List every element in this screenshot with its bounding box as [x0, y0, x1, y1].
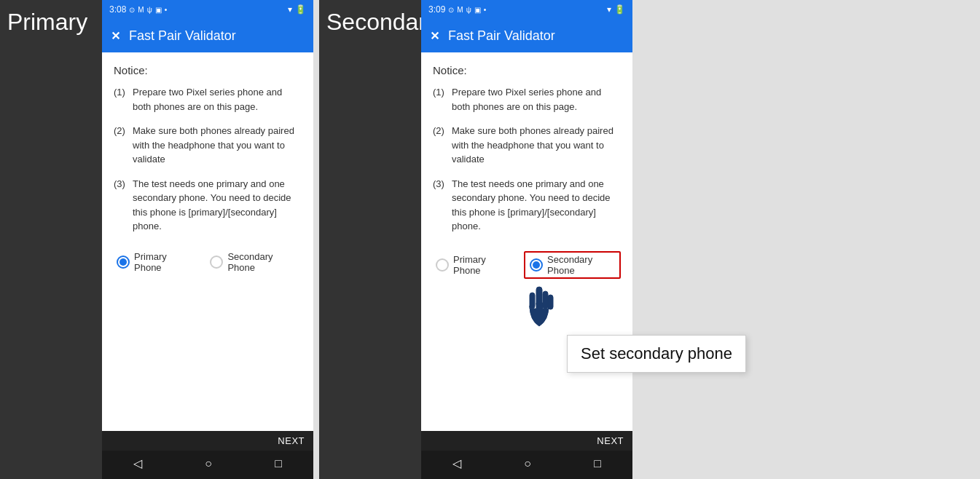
- secondary-phone-label-right: Secondary Phone: [547, 254, 615, 276]
- dot-icon-r: •: [484, 6, 487, 14]
- list-text: Make sure both phones already paired wit…: [133, 124, 302, 167]
- secondary-toolbar: ✕ Fast Pair Validator: [421, 19, 632, 52]
- list-text: Prepare two Pixel series phone and both …: [452, 85, 621, 114]
- primary-status-bar: 3:08 ⊙ M ψ ▣ • ▾ 🔋: [102, 0, 313, 19]
- s-icon-r: ⊙: [448, 6, 454, 14]
- list-text: Make sure both phones already paired wit…: [452, 124, 621, 167]
- primary-toolbar: ✕ Fast Pair Validator: [102, 19, 313, 52]
- screen-icon-r: ▣: [474, 6, 481, 14]
- secondary-notice-title: Notice:: [433, 64, 621, 76]
- primary-notice-list: (1) Prepare two Pixel series phone and b…: [114, 85, 302, 234]
- list-num: (2): [433, 124, 447, 167]
- list-item: (2) Make sure both phones already paired…: [433, 124, 621, 167]
- back-button-r[interactable]: ◁: [452, 456, 461, 470]
- primary-next-button[interactable]: NEXT: [102, 431, 313, 451]
- primary-content: Notice: (1) Prepare two Pixel series pho…: [102, 52, 313, 431]
- list-item: (1) Prepare two Pixel series phone and b…: [114, 85, 302, 114]
- secondary-phone-label-left: Secondary Phone: [227, 251, 302, 273]
- list-item: (3) The test needs one primary and one s…: [433, 177, 621, 234]
- list-num: (1): [433, 85, 447, 114]
- primary-radio-circle[interactable]: [117, 256, 130, 269]
- primary-radio-circle-right[interactable]: [436, 258, 449, 272]
- list-num: (2): [114, 124, 128, 167]
- recents-button-r[interactable]: □: [594, 457, 601, 470]
- s-icon: ⊙: [129, 6, 135, 14]
- secondary-notice-list: (1) Prepare two Pixel series phone and b…: [433, 85, 621, 234]
- m-icon-r: M: [457, 6, 463, 14]
- back-button[interactable]: ◁: [133, 456, 142, 470]
- list-num: (3): [114, 177, 128, 234]
- secondary-phone-option-right[interactable]: Secondary Phone: [524, 251, 621, 279]
- tooltip-box: Set secondary phone: [567, 335, 746, 373]
- panel-divider: [313, 0, 319, 479]
- list-item: (1) Prepare two Pixel series phone and b…: [433, 85, 621, 114]
- primary-nav-buttons: ◁ ○ □: [102, 451, 313, 479]
- list-num: (3): [433, 177, 447, 234]
- signal-icon: ψ: [147, 6, 152, 14]
- dot-icon: •: [165, 6, 168, 14]
- recents-button[interactable]: □: [275, 457, 282, 470]
- primary-time: 3:08: [109, 4, 126, 15]
- primary-radio-group: Primary Phone Secondary Phone: [114, 244, 302, 282]
- secondary-phone: 3:09 ⊙ M ψ ▣ • ▾ 🔋 ✕ Fast Pair Validator…: [421, 0, 632, 479]
- primary-nav-bar: NEXT ◁ ○ □: [102, 431, 313, 479]
- primary-phone-label-right: Primary Phone: [453, 254, 509, 276]
- list-text: Prepare two Pixel series phone and both …: [133, 85, 302, 114]
- battery-icon: 🔋: [295, 4, 306, 15]
- list-text: The test needs one primary and one secon…: [452, 177, 621, 234]
- list-text: The test needs one primary and one secon…: [133, 177, 302, 234]
- primary-phone-option-right[interactable]: Primary Phone: [436, 254, 509, 276]
- primary-phone: 3:08 ⊙ M ψ ▣ • ▾ 🔋 ✕ Fast Pair Validator…: [102, 0, 313, 479]
- secondary-radio-circle-left[interactable]: [210, 256, 223, 269]
- secondary-app-title: Fast Pair Validator: [448, 28, 555, 44]
- secondary-status-bar: 3:09 ⊙ M ψ ▣ • ▾ 🔋: [421, 0, 632, 19]
- m-icon: M: [138, 6, 144, 14]
- screen-icon: ▣: [155, 6, 162, 14]
- secondary-next-button[interactable]: NEXT: [421, 431, 632, 451]
- list-num: (1): [114, 85, 128, 114]
- home-button-r[interactable]: ○: [524, 457, 531, 470]
- wifi-icon-r: ▾: [607, 4, 611, 15]
- signal-icon-r: ψ: [466, 6, 471, 14]
- secondary-time: 3:09: [428, 4, 445, 15]
- home-button[interactable]: ○: [205, 457, 212, 470]
- right-section: Secondary 3:09 ⊙ M ψ ▣ • ▾ 🔋 ✕ Fast Pair…: [319, 0, 980, 479]
- right-panel-label: Secondary: [319, 0, 421, 479]
- secondary-radio-circle-right[interactable]: [530, 258, 543, 272]
- battery-icon-r: 🔋: [614, 4, 625, 15]
- secondary-nav-bar: NEXT ◁ ○ □: [421, 431, 632, 479]
- secondary-nav-buttons: ◁ ○ □: [421, 451, 632, 479]
- left-panel-label: Primary: [0, 0, 102, 479]
- secondary-close-button[interactable]: ✕: [430, 29, 439, 43]
- tooltip-text: Set secondary phone: [581, 344, 732, 363]
- primary-app-title: Fast Pair Validator: [129, 28, 236, 44]
- secondary-radio-group: Primary Phone Secondary Phone: [433, 244, 621, 288]
- wifi-icon: ▾: [288, 4, 292, 15]
- list-item: (3) The test needs one primary and one s…: [114, 177, 302, 234]
- primary-phone-label: Primary Phone: [134, 251, 195, 273]
- primary-notice-title: Notice:: [114, 64, 302, 76]
- secondary-phone-option-left[interactable]: Secondary Phone: [210, 251, 302, 273]
- list-item: (2) Make sure both phones already paired…: [114, 124, 302, 167]
- primary-phone-option[interactable]: Primary Phone: [117, 251, 195, 273]
- primary-close-button[interactable]: ✕: [111, 29, 120, 43]
- secondary-content: Notice: (1) Prepare two Pixel series pho…: [421, 52, 632, 431]
